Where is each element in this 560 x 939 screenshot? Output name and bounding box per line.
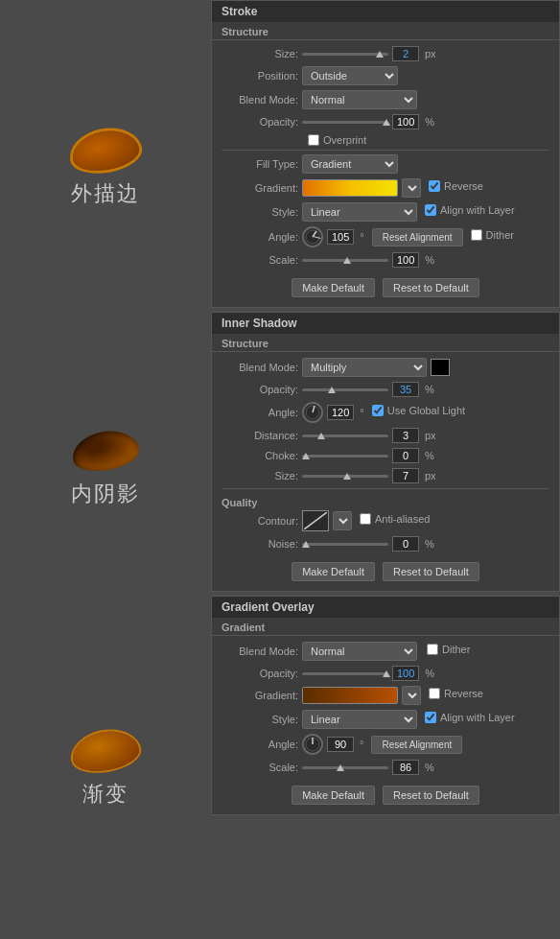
go-gradient-bar[interactable] xyxy=(302,687,398,704)
stroke-reverse-check[interactable]: Reverse xyxy=(429,180,483,192)
go-gradient-dropdown[interactable]: ▼ xyxy=(402,686,421,705)
stroke-align-checkbox[interactable] xyxy=(425,204,436,216)
stroke-scale-unit: % xyxy=(425,254,434,266)
go-opacity-slider[interactable] xyxy=(302,669,388,678)
is-contour-dropdown[interactable]: ▼ xyxy=(333,511,352,530)
is-contour-preview[interactable] xyxy=(302,510,329,531)
stroke-angle-dial[interactable] xyxy=(302,226,323,247)
go-opacity-row: Opacity: 100 % xyxy=(222,666,549,681)
stroke-dither-check[interactable]: Dither xyxy=(471,229,514,241)
stroke-item: 外描边 xyxy=(71,131,140,208)
is-opacity-slider[interactable] xyxy=(302,385,388,394)
go-reverse-checkbox[interactable] xyxy=(429,688,440,699)
go-angle-value[interactable]: 90 xyxy=(327,737,354,752)
go-scale-label: Scale: xyxy=(222,762,298,773)
go-angle-unit: ° xyxy=(360,739,363,750)
go-reset-alignment-btn[interactable]: Reset Alignment xyxy=(371,736,462,754)
is-reset-default-btn[interactable]: Reset to Default xyxy=(383,562,479,581)
stroke-reset-alignment-btn[interactable]: Reset Alignment xyxy=(372,228,463,246)
go-dither-checkbox[interactable] xyxy=(427,644,438,655)
is-global-light-checkbox[interactable] xyxy=(372,405,384,416)
go-angle-dial[interactable] xyxy=(302,734,323,755)
stroke-blend-dropdown[interactable]: NormalMultiplyScreen xyxy=(302,90,417,109)
stroke-blend-row: Blend Mode: NormalMultiplyScreen xyxy=(222,90,549,109)
is-distance-value[interactable]: 3 xyxy=(392,428,419,443)
is-choke-value[interactable]: 0 xyxy=(392,448,419,463)
stroke-angle-value[interactable]: 105 xyxy=(327,229,354,245)
is-distance-slider[interactable] xyxy=(302,431,388,440)
go-reverse-check[interactable]: Reverse xyxy=(429,688,483,699)
is-angle-dial[interactable] xyxy=(302,402,323,423)
stroke-angle-unit: ° xyxy=(360,231,363,243)
stroke-section: Stroke Structure Size: 2 px Position: Ou… xyxy=(211,0,560,308)
is-size-unit: px xyxy=(425,470,436,481)
is-angle-unit: ° xyxy=(360,407,363,418)
stroke-make-default-btn[interactable]: Make Default xyxy=(292,278,375,297)
stroke-reverse-checkbox[interactable] xyxy=(429,180,440,192)
is-color-swatch[interactable] xyxy=(431,359,450,376)
stroke-overprint-checkbox[interactable] xyxy=(308,134,319,146)
stroke-size-value[interactable]: 2 xyxy=(392,46,419,61)
go-align-check[interactable]: Align with Layer xyxy=(425,712,515,723)
is-choke-slider[interactable] xyxy=(302,451,388,460)
go-make-default-btn[interactable]: Make Default xyxy=(292,786,375,805)
go-angle-svg xyxy=(304,736,321,753)
is-contour-row: Contour: ▼ Anti-aliased xyxy=(222,510,549,531)
stroke-filltype-row: Fill Type: GradientColorPattern xyxy=(222,154,549,174)
stroke-overprint-row: Overprint xyxy=(222,134,549,146)
is-blend-dropdown[interactable]: MultiplyNormal xyxy=(302,358,427,377)
stroke-position-label: Position: xyxy=(222,70,298,82)
go-reset-default-btn[interactable]: Reset to Default xyxy=(383,786,479,805)
stroke-subtitle: Structure xyxy=(212,22,559,40)
is-noise-row: Noise: 0 % xyxy=(222,536,549,552)
is-noise-value[interactable]: 0 xyxy=(392,536,419,552)
stroke-filltype-dropdown[interactable]: GradientColorPattern xyxy=(302,154,398,174)
stroke-position-dropdown[interactable]: OutsideInsideCenter xyxy=(302,66,398,85)
inner-shadow-section: Inner Shadow Structure Blend Mode: Multi… xyxy=(211,312,560,592)
stroke-overprint-check[interactable]: Overprint xyxy=(308,134,549,146)
is-angle-label: Angle: xyxy=(222,407,298,418)
stroke-gradient-dropdown[interactable]: ▼ xyxy=(402,178,421,198)
go-style-dropdown[interactable]: LinearRadial xyxy=(302,710,417,729)
is-size-value[interactable]: 7 xyxy=(392,468,419,483)
is-antialias-checkbox[interactable] xyxy=(360,513,371,525)
is-opacity-value[interactable]: 35 xyxy=(392,382,419,397)
stroke-opacity-value[interactable]: 100 xyxy=(392,114,419,129)
stroke-size-slider[interactable] xyxy=(302,49,388,59)
stroke-title: Stroke xyxy=(212,1,559,22)
is-angle-row: Angle: 120 ° Use Global Light xyxy=(222,402,549,423)
go-angle-label: Angle: xyxy=(222,739,298,750)
is-size-slider[interactable] xyxy=(302,471,388,481)
is-btn-row: Make Default Reset to Default xyxy=(222,556,549,585)
is-noise-slider[interactable] xyxy=(302,539,388,549)
stroke-opacity-slider[interactable] xyxy=(302,117,388,127)
gradient-item: 渐变 xyxy=(72,732,139,809)
inner-shadow-label: 内阴影 xyxy=(71,480,140,508)
is-antialias-check[interactable]: Anti-aliased xyxy=(360,513,430,525)
is-angle-value[interactable]: 120 xyxy=(327,405,354,420)
is-make-default-btn[interactable]: Make Default xyxy=(292,562,375,581)
stroke-scale-slider[interactable] xyxy=(302,255,388,265)
go-align-checkbox[interactable] xyxy=(425,712,436,723)
stroke-dither-checkbox[interactable] xyxy=(471,229,482,241)
stroke-reset-default-btn[interactable]: Reset to Default xyxy=(383,278,479,297)
is-antialias-label: Anti-aliased xyxy=(375,513,430,525)
go-opacity-value[interactable]: 100 xyxy=(392,666,419,681)
go-dither-check[interactable]: Dither xyxy=(427,644,470,655)
stroke-align-check[interactable]: Align with Layer xyxy=(425,204,515,216)
go-scale-row: Scale: 86 % xyxy=(222,760,549,775)
stroke-opacity-unit: % xyxy=(425,116,434,128)
stroke-scale-value[interactable]: 100 xyxy=(392,252,419,268)
go-blend-dropdown[interactable]: NormalMultiply xyxy=(302,642,417,661)
stroke-divider xyxy=(222,150,549,151)
stroke-style-dropdown[interactable]: LinearRadialAngle xyxy=(302,202,417,222)
stroke-opacity-row: Opacity: 100 % xyxy=(222,114,549,129)
stroke-gradient-bar[interactable] xyxy=(302,179,398,197)
svg-line-3 xyxy=(313,406,315,412)
is-opacity-row: Opacity: 35 % xyxy=(222,382,549,397)
go-scale-slider[interactable] xyxy=(302,763,388,772)
is-opacity-label: Opacity: xyxy=(222,384,298,395)
inner-shadow-subtitle: Structure xyxy=(212,334,559,352)
is-global-light-check[interactable]: Use Global Light xyxy=(372,405,465,416)
go-scale-value[interactable]: 86 xyxy=(392,760,419,775)
